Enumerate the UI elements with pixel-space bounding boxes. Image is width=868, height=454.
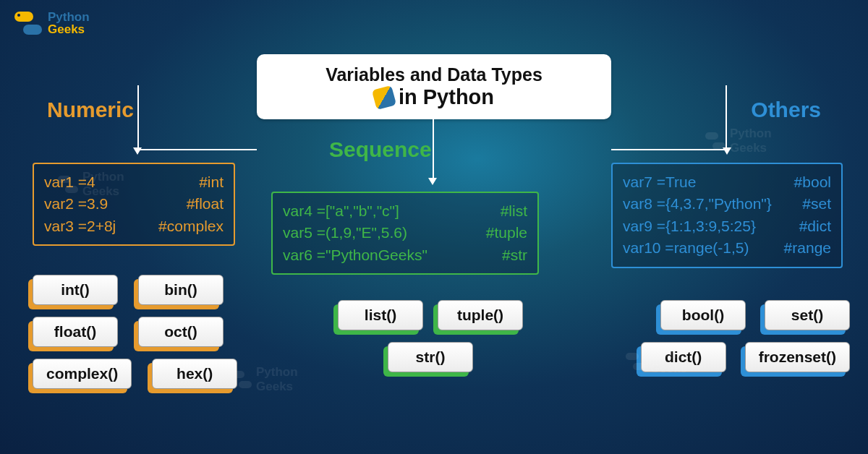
bool-button: bool() [660, 300, 746, 330]
arrow-center-head [428, 178, 437, 185]
watermark: PythonGeeks [626, 347, 692, 376]
str-button: str() [388, 342, 473, 372]
logo: Python Geeks [14, 11, 90, 35]
int-button: int() [33, 275, 118, 305]
others-code-box: var7 =True#bool var8 ={4,3.7,"Python"}#s… [611, 163, 843, 268]
logo-text: Python Geeks [48, 11, 90, 35]
tuple-button: tuple() [438, 300, 523, 330]
oct-button: oct() [138, 317, 224, 347]
title-card: Variables and Data Types in Python [257, 54, 611, 119]
watermark: PythonGeeks [58, 170, 124, 199]
title-line-2: in Python [374, 85, 494, 109]
sequence-buttons: list() tuple() str() [297, 300, 564, 372]
code-line: var6 ="PythonGeeks"#str [283, 244, 527, 266]
set-button: set() [765, 300, 850, 330]
code-line: var4 =["a","b","c"]#list [283, 200, 527, 222]
numeric-heading: Numeric [47, 98, 134, 122]
watermark: PythonGeeks [231, 365, 298, 394]
bin-button: bin() [138, 275, 224, 305]
title-line-1: Variables and Data Types [326, 64, 542, 85]
python-icon [372, 85, 396, 109]
code-line: var3 =2+8j#complex [44, 215, 224, 237]
sequence-heading: Sequence [329, 137, 432, 162]
code-line: var9 ={1:1,3:9,5:25}#dict [623, 215, 831, 237]
code-line: var7 =True#bool [623, 171, 831, 193]
float-button: float() [33, 317, 118, 347]
arrow-center [433, 119, 434, 181]
others-heading: Others [751, 98, 821, 122]
arrow-left [137, 85, 257, 150]
hex-button: hex() [152, 359, 237, 389]
arrow-left-head [133, 147, 142, 155]
code-line: var8 ={4,3.7,"Python"}#set [623, 193, 831, 215]
code-line: var10 =range(-1,5)#range [623, 237, 831, 259]
code-line: var5 =(1,9,"E",5.6)#tuple [283, 222, 527, 244]
frozenset-button: frozenset() [745, 342, 850, 372]
list-button: list() [338, 300, 423, 330]
python-geeks-icon [14, 12, 42, 35]
sequence-code-box: var4 =["a","b","c"]#list var5 =(1,9,"E",… [271, 192, 539, 275]
complex-button: complex() [33, 359, 132, 389]
watermark: PythonGeeks [705, 127, 772, 155]
